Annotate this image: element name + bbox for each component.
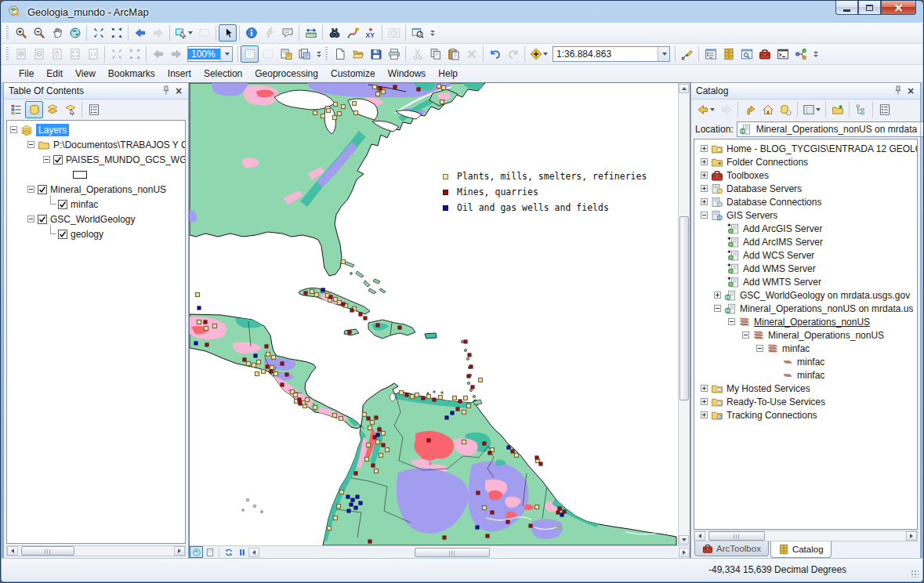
contents-view-button[interactable] [800, 101, 823, 118]
close-button[interactable] [881, 1, 916, 15]
tree-item[interactable]: Layers [7, 122, 185, 137]
tree-item[interactable]: Database Connections [694, 195, 917, 208]
tree-item[interactable] [7, 167, 185, 182]
open-button[interactable] [349, 45, 367, 63]
zoom_percent-dropdown[interactable] [220, 47, 232, 61]
layout-fixed-in-button[interactable] [107, 45, 125, 63]
tree-item[interactable]: GSC_WorldGeology [7, 212, 185, 226]
tree-item[interactable]: My Hosted Services [694, 382, 917, 395]
paste-button[interactable] [444, 45, 462, 63]
data-view-button[interactable] [190, 546, 203, 558]
layer-checkbox[interactable] [58, 230, 67, 239]
find-button[interactable] [325, 24, 343, 42]
layer-checkbox[interactable] [58, 200, 67, 209]
location-dropdown[interactable] [920, 122, 924, 136]
layout-whole-page-button[interactable] [66, 45, 84, 63]
expander-icon[interactable] [728, 318, 735, 325]
toolbar-grip[interactable] [6, 47, 9, 61]
cat-back-button[interactable] [694, 101, 717, 118]
expander-icon[interactable] [27, 215, 34, 223]
viewer-window-button[interactable] [408, 24, 426, 42]
change-layout-button[interactable] [277, 45, 295, 63]
expander-icon[interactable] [701, 185, 708, 192]
layout-100-button[interactable]: 1:1 [84, 45, 102, 63]
resize-grip[interactable] [911, 570, 919, 578]
html-popup-button[interactable] [278, 24, 296, 42]
menu-customize[interactable]: Customize [324, 66, 382, 81]
identify-button[interactable] [242, 24, 260, 42]
go-to-xy-button[interactable]: XY [361, 24, 379, 42]
find-route-button[interactable] [343, 24, 361, 42]
tab-arctoolbox[interactable]: ArcToolbox [694, 541, 769, 556]
layout-zoom-in-button[interactable] [12, 45, 30, 63]
new-document-button[interactable] [331, 45, 349, 63]
map-horizontal-scrollbar[interactable] [248, 547, 690, 558]
layout-back-button[interactable] [149, 45, 167, 63]
list-drawing-order-button[interactable] [7, 101, 25, 118]
expander-icon[interactable] [27, 186, 34, 193]
menu-edit[interactable]: Edit [40, 66, 69, 81]
catalog-close-icon[interactable]: × [904, 85, 917, 97]
tree-item[interactable]: P:\Documentos\TRABAJOS Y C [7, 137, 185, 152]
save-button[interactable] [367, 45, 385, 63]
measure-button[interactable] [302, 24, 320, 42]
layer-checkbox[interactable] [53, 155, 63, 165]
select-elements-button[interactable] [219, 24, 237, 42]
clear-selection-button[interactable] [195, 24, 213, 42]
expander-icon[interactable] [701, 385, 708, 392]
tree-item[interactable]: GSC_WorldGeology on mrdata.usgs.gov [694, 288, 917, 302]
expander-icon[interactable] [714, 305, 721, 312]
expander-icon[interactable] [701, 411, 708, 418]
tree-item[interactable]: PAISES_MUNDO_GCS_WGS8 [7, 152, 185, 167]
expander-icon[interactable] [701, 198, 708, 205]
layout-zoom-out-button[interactable] [30, 45, 48, 63]
time-slider-button[interactable] [385, 24, 403, 42]
tree-item[interactable]: Add WMTS Server [694, 275, 917, 288]
catalog-window-button[interactable] [719, 45, 737, 63]
cat-forward-button[interactable] [717, 101, 735, 118]
layout-view-button[interactable] [203, 546, 216, 558]
scale-dropdown[interactable] [658, 47, 669, 61]
location-combo[interactable]: Mineral_Operations_nonUS on mrdata [737, 121, 924, 137]
tree-item[interactable]: minfac [694, 342, 917, 355]
pin-icon[interactable] [892, 85, 904, 97]
redo-button[interactable] [504, 45, 522, 63]
menu-windows[interactable]: Windows [382, 66, 433, 81]
ddp-button[interactable] [295, 45, 313, 63]
layout-forward-button[interactable] [167, 45, 185, 63]
toolbar-grip[interactable] [325, 47, 328, 61]
menu-geoprocessing[interactable]: Geoprocessing [248, 66, 324, 81]
print-button[interactable] [385, 45, 403, 63]
focus-frame-button[interactable] [259, 45, 277, 63]
tree-item[interactable]: Mineral_Operations_nonUS on mrdata.us [694, 302, 917, 315]
add-data-button[interactable] [527, 45, 550, 63]
modelbuilder-button[interactable] [792, 45, 810, 63]
map-canvas[interactable] [190, 83, 678, 545]
tree-item[interactable]: Folder Connections [694, 155, 917, 168]
expander-icon[interactable] [756, 345, 763, 352]
tree-item[interactable]: geology [7, 226, 185, 241]
expander-icon[interactable] [714, 292, 721, 299]
minimize-button[interactable] [835, 1, 858, 15]
layout-pan-button[interactable] [48, 45, 66, 63]
tree-item[interactable]: Home - BLOG_TYCGIS\ENTRADA 12 GEOLO [694, 142, 917, 155]
zoom_percent-combo[interactable]: 100% [187, 46, 233, 62]
refresh-button[interactable] [222, 546, 235, 558]
expander-icon[interactable] [701, 212, 708, 219]
menu-help[interactable]: Help [432, 66, 464, 81]
options-button[interactable] [875, 101, 893, 118]
layout-fixed-out-button[interactable] [125, 45, 143, 63]
layer-checkbox[interactable] [38, 215, 47, 224]
up-level-button[interactable] [741, 101, 759, 118]
hyperlink-button[interactable] [260, 24, 278, 42]
menu-insert[interactable]: Insert [161, 66, 197, 81]
pin-icon[interactable] [160, 85, 172, 97]
tree-item[interactable]: Database Servers [694, 182, 917, 195]
python-button[interactable] [774, 45, 792, 63]
tree-item[interactable]: minfac [7, 197, 185, 212]
maximize-button[interactable] [858, 1, 881, 15]
tree-item[interactable]: Tracking Connections [694, 408, 917, 422]
delete-button[interactable] [462, 45, 480, 63]
toc-horizontal-scrollbar[interactable] [6, 545, 186, 556]
zoom-out-button[interactable] [30, 24, 48, 42]
